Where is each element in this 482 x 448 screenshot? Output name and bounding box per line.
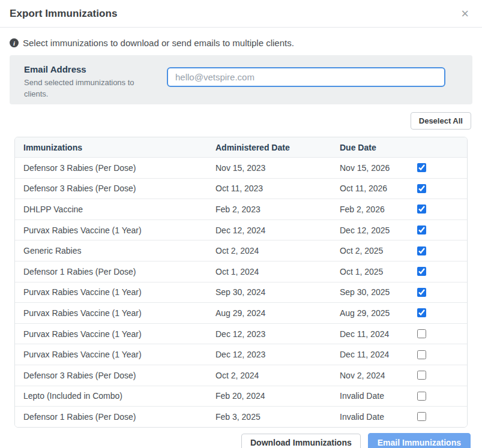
modal-title: Export Immunizations — [10, 8, 118, 20]
column-header-administered-date: Administered Date — [207, 143, 331, 152]
table-row: Purvax Rabies Vaccine (1 Year) Dec 12, 2… — [15, 323, 467, 344]
immunization-name: Defensor 1 Rabies (Per Dose) — [15, 267, 207, 276]
due-date: Nov 15, 2026 — [331, 163, 412, 173]
due-date: Invalid Date — [331, 412, 412, 422]
table-body: Defensor 3 Rabies (Per Dose) Nov 15, 202… — [15, 157, 467, 427]
column-header-due-date: Due Date — [331, 143, 412, 152]
email-input[interactable] — [167, 67, 445, 87]
modal-header: Export Immunizations × — [0, 0, 482, 28]
immunization-name: Purvax Rabies Vaccine (1 Year) — [15, 350, 207, 359]
due-date: Invalid Date — [331, 391, 412, 401]
table-row: Lepto (Included in Combo) Feb 20, 2024 I… — [15, 386, 467, 407]
email-section: Email Address Send selected immunization… — [10, 55, 472, 104]
immunization-name: DHLPP Vaccine — [15, 205, 207, 214]
checkbox-cell — [412, 288, 467, 297]
immunization-name: Defensor 1 Rabies (Per Dose) — [15, 412, 207, 422]
table-row: Purvax Rabies Vaccine (1 Year) Sep 30, 2… — [15, 282, 467, 303]
row-checkbox[interactable] — [417, 184, 426, 193]
administered-date: Aug 29, 2024 — [207, 308, 331, 318]
administered-date: Feb 2, 2023 — [207, 205, 331, 214]
checkbox-cell — [412, 246, 467, 255]
immunization-name: Defensor 3 Rabies (Per Dose) — [15, 184, 207, 193]
email-address-description: Send selected immunizations to clients. — [24, 77, 138, 100]
row-checkbox[interactable] — [417, 329, 426, 338]
table-row: Defensor 3 Rabies (Per Dose) Nov 15, 202… — [15, 157, 467, 178]
email-immunizations-button[interactable]: Email Immunizations — [368, 433, 471, 448]
administered-date: Dec 12, 2023 — [207, 329, 331, 339]
table-row: DHLPP Vaccine Feb 2, 2023 Feb 2, 2026 — [15, 199, 467, 220]
checkbox-cell — [412, 225, 467, 234]
table-row: Generic Rabies Oct 2, 2024 Oct 2, 2025 — [15, 240, 467, 261]
administered-date: Oct 2, 2024 — [207, 246, 331, 255]
immunization-name: Purvax Rabies Vaccine (1 Year) — [15, 225, 207, 235]
row-checkbox[interactable] — [417, 412, 426, 421]
column-header-immunizations: Immunizations — [15, 143, 207, 152]
immunization-name: Defensor 3 Rabies (Per Dose) — [15, 371, 207, 380]
row-checkbox[interactable] — [417, 246, 426, 255]
due-date: Oct 11, 2026 — [331, 184, 412, 193]
immunizations-table: Immunizations Administered Date Due Date… — [14, 137, 468, 428]
deselect-row: Deselect All — [10, 112, 471, 130]
row-checkbox[interactable] — [417, 288, 426, 297]
checkbox-cell — [412, 371, 467, 380]
checkbox-cell — [412, 267, 467, 276]
checkbox-cell — [412, 184, 467, 193]
table-header-row: Immunizations Administered Date Due Date — [15, 137, 467, 157]
immunization-name: Lepto (Included in Combo) — [15, 391, 207, 401]
info-icon: i — [10, 38, 19, 47]
row-checkbox[interactable] — [417, 371, 426, 380]
due-date: Aug 29, 2025 — [331, 308, 412, 318]
administered-date: Nov 15, 2023 — [207, 163, 331, 173]
row-checkbox[interactable] — [417, 163, 426, 172]
row-checkbox[interactable] — [417, 350, 426, 359]
modal-footer: Download Immunizations Email Immunizatio… — [0, 433, 471, 448]
due-date: Dec 11, 2024 — [331, 350, 412, 359]
table-row: Purvax Rabies Vaccine (1 Year) Dec 12, 2… — [15, 220, 467, 240]
immunization-name: Defensor 3 Rabies (Per Dose) — [15, 163, 207, 173]
administered-date: Feb 3, 2025 — [207, 412, 331, 422]
due-date: Nov 2, 2024 — [331, 371, 412, 380]
administered-date: Oct 2, 2024 — [207, 371, 331, 380]
row-checkbox[interactable] — [417, 392, 426, 401]
table-row: Defensor 1 Rabies (Per Dose) Feb 3, 2025… — [15, 406, 467, 427]
administered-date: Oct 11, 2023 — [207, 184, 331, 193]
due-date: Dec 11, 2024 — [331, 329, 412, 339]
checkbox-cell — [412, 392, 467, 401]
row-checkbox[interactable] — [417, 267, 426, 276]
due-date: Oct 1, 2025 — [331, 267, 412, 276]
info-message: i Select immunizations to download or se… — [10, 38, 472, 48]
export-immunizations-modal: Export Immunizations × i Select immuniza… — [0, 0, 482, 448]
administered-date: Dec 12, 2023 — [207, 350, 331, 359]
info-text: Select immunizations to download or send… — [23, 38, 294, 48]
table-row: Defensor 3 Rabies (Per Dose) Oct 2, 2024… — [15, 365, 467, 386]
due-date: Oct 2, 2025 — [331, 246, 412, 255]
table-row: Purvax Rabies Vaccine (1 Year) Dec 12, 2… — [15, 344, 467, 365]
immunization-name: Generic Rabies — [15, 246, 207, 255]
administered-date: Feb 20, 2024 — [207, 391, 331, 401]
immunization-name: Purvax Rabies Vaccine (1 Year) — [15, 287, 207, 297]
email-meta: Email Address Send selected immunization… — [24, 64, 167, 100]
checkbox-cell — [412, 163, 467, 172]
due-date: Feb 2, 2026 — [331, 205, 412, 214]
administered-date: Sep 30, 2024 — [207, 287, 331, 297]
row-checkbox[interactable] — [417, 308, 426, 317]
email-address-label: Email Address — [24, 64, 167, 74]
table-row: Defensor 1 Rabies (Per Dose) Oct 1, 2024… — [15, 261, 467, 282]
due-date: Sep 30, 2025 — [331, 287, 412, 297]
immunization-name: Purvax Rabies Vaccine (1 Year) — [15, 329, 207, 339]
checkbox-cell — [412, 329, 467, 338]
checkbox-cell — [412, 412, 467, 421]
checkbox-cell — [412, 205, 467, 214]
due-date: Dec 12, 2025 — [331, 225, 412, 235]
deselect-all-button[interactable]: Deselect All — [411, 112, 471, 130]
administered-date: Oct 1, 2024 — [207, 267, 331, 276]
close-icon[interactable]: × — [459, 6, 471, 22]
immunization-name: Purvax Rabies Vaccine (1 Year) — [15, 308, 207, 318]
administered-date: Dec 12, 2024 — [207, 225, 331, 235]
table-row: Purvax Rabies Vaccine (1 Year) Aug 29, 2… — [15, 302, 467, 323]
row-checkbox[interactable] — [417, 205, 426, 214]
checkbox-cell — [412, 308, 467, 317]
download-immunizations-button[interactable]: Download Immunizations — [241, 434, 361, 448]
row-checkbox[interactable] — [417, 225, 426, 234]
table-row: Defensor 3 Rabies (Per Dose) Oct 11, 202… — [15, 178, 467, 199]
